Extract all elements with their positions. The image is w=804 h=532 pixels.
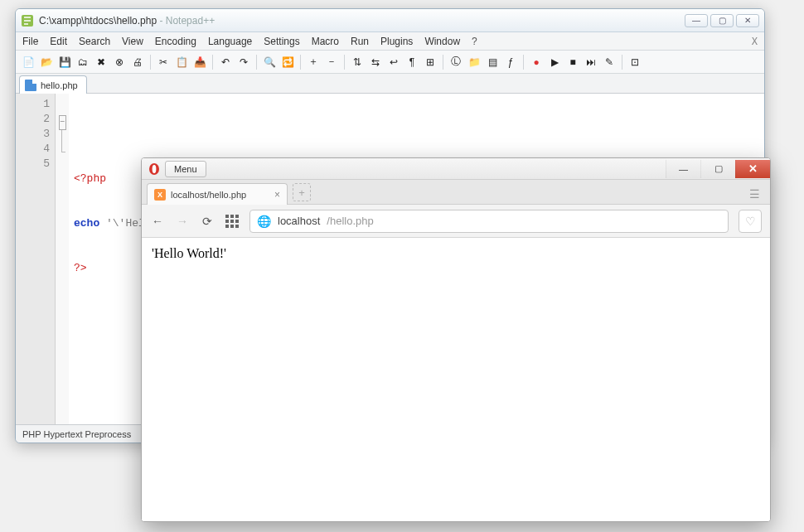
folder-icon[interactable]: 📁: [467, 55, 482, 70]
toolbar-separator: [443, 55, 443, 70]
menu-plugins[interactable]: Plugins: [380, 36, 413, 47]
func-list-icon[interactable]: ƒ: [503, 55, 518, 70]
favicon-icon: X: [154, 189, 166, 201]
save-macro-icon[interactable]: ✎: [602, 55, 617, 70]
sync-h-icon[interactable]: ⇆: [368, 55, 383, 70]
close-icon[interactable]: ✖: [94, 55, 109, 70]
toolbar-separator: [256, 55, 257, 70]
opera-logo-icon: [147, 162, 162, 177]
wrap-icon[interactable]: ↩: [386, 55, 401, 70]
fold-gutter: −: [56, 94, 69, 424]
reload-button[interactable]: ⟳: [200, 214, 215, 229]
lang-icon[interactable]: Ⓛ: [448, 55, 463, 70]
print-icon[interactable]: 🖨: [130, 55, 145, 70]
app-icon: [21, 14, 34, 27]
menu-language[interactable]: Language: [208, 36, 252, 47]
tab-close-icon[interactable]: ×: [274, 189, 280, 201]
doc-map-icon[interactable]: ▤: [485, 55, 500, 70]
plugin-icon[interactable]: ⊡: [627, 55, 642, 70]
url-host: localhost: [278, 215, 320, 227]
menu-run[interactable]: Run: [351, 36, 369, 47]
toolbar-separator: [300, 55, 301, 70]
line-number: 4: [16, 142, 50, 157]
line-number: 5: [16, 157, 50, 172]
undo-icon[interactable]: ↶: [218, 55, 233, 70]
speed-dial-button[interactable]: [225, 214, 240, 229]
close-button[interactable]: ✕: [736, 14, 759, 27]
title-path: C:\xampp\htdocs\hello.php: [39, 15, 157, 27]
line-number: 2: [16, 112, 50, 127]
save-all-icon[interactable]: 🗂: [75, 55, 90, 70]
replace-icon[interactable]: 🔁: [280, 55, 295, 70]
play-icon[interactable]: ▶: [547, 55, 562, 70]
zoom-in-icon[interactable]: ＋: [306, 55, 321, 70]
menu-help[interactable]: ?: [472, 36, 477, 47]
forward-button[interactable]: →: [175, 214, 190, 229]
play-multi-icon[interactable]: ⏭: [584, 55, 598, 70]
menubar: File Edit Search View Encoding Language …: [16, 32, 764, 51]
paste-icon[interactable]: 📥: [192, 55, 207, 70]
new-file-icon[interactable]: 📄: [21, 55, 36, 70]
line-number: 3: [16, 127, 50, 142]
cut-icon[interactable]: ✂: [156, 55, 171, 70]
editor-tab[interactable]: hello.php: [19, 75, 87, 94]
page-viewport[interactable]: 'Hello World!': [142, 238, 770, 521]
redo-icon[interactable]: ↷: [236, 55, 251, 70]
php-open-tag: <?php: [74, 172, 106, 185]
menu-edit[interactable]: Edit: [50, 36, 67, 47]
browser-tab[interactable]: X localhost/hello.php ×: [147, 183, 288, 205]
title-app: - Notepad++: [157, 15, 215, 27]
toolbar-separator: [150, 55, 151, 70]
address-bar[interactable]: 🌐 localhost/hello.php: [249, 210, 729, 233]
toolbar: 📄📂💾🗂✖⊗🖨✂📋📥↶↷🔍🔁＋－⇅⇆↩¶⊞Ⓛ📁▤ƒ●▶■⏭✎⊡: [16, 51, 764, 74]
bookmark-button[interactable]: ♡: [739, 210, 762, 233]
copy-icon[interactable]: 📋: [174, 55, 189, 70]
menu-settings[interactable]: Settings: [264, 36, 299, 47]
stop-icon[interactable]: ■: [565, 55, 580, 70]
all-chars-icon[interactable]: ¶: [404, 55, 419, 70]
opera-titlebar[interactable]: Menu — ▢ ✕: [142, 158, 770, 180]
titlebar[interactable]: C:\xampp\htdocs\hello.php - Notepad++ — …: [16, 9, 764, 32]
close-all-icon[interactable]: ⊗: [112, 55, 127, 70]
menu-search[interactable]: Search: [79, 36, 110, 47]
new-tab-button[interactable]: +: [293, 183, 311, 201]
save-icon[interactable]: 💾: [57, 55, 72, 70]
maximize-button[interactable]: ▢: [710, 14, 734, 27]
sync-v-icon[interactable]: ⇅: [350, 55, 365, 70]
status-language: PHP Hypertext Preprocess: [22, 429, 131, 439]
toolbar-separator: [344, 55, 345, 70]
toolbar-separator: [212, 55, 213, 70]
menu-encoding[interactable]: Encoding: [155, 36, 196, 47]
menu-macro[interactable]: Macro: [312, 36, 339, 47]
back-button[interactable]: ←: [150, 214, 165, 229]
opera-menu-button[interactable]: Menu: [165, 161, 206, 177]
opera-minimize-button[interactable]: —: [666, 160, 700, 178]
open-icon[interactable]: 📂: [39, 55, 54, 70]
toolbar-separator: [523, 55, 524, 70]
record-icon[interactable]: ●: [529, 55, 544, 70]
line-number-gutter: 1 2 3 4 5: [16, 94, 56, 424]
opera-close-button[interactable]: ✕: [735, 160, 770, 178]
menu-window[interactable]: Window: [424, 36, 460, 47]
menubar-close-button[interactable]: X: [752, 36, 758, 47]
tab-bar: hello.php: [16, 74, 764, 94]
menu-view[interactable]: View: [122, 36, 143, 47]
indent-guide-icon[interactable]: ⊞: [423, 55, 438, 70]
fold-toggle-icon[interactable]: −: [59, 115, 66, 130]
svg-point-2: [153, 165, 157, 173]
opera-tab-bar: X localhost/hello.php × + ☰: [142, 180, 770, 205]
window-title: C:\xampp\htdocs\hello.php - Notepad++: [39, 15, 680, 27]
php-close-tag: ?>: [74, 262, 87, 274]
line-number: 1: [16, 97, 50, 112]
find-icon[interactable]: 🔍: [262, 55, 277, 70]
file-icon: [25, 80, 36, 91]
menu-file[interactable]: File: [22, 36, 38, 47]
toolbar-separator: [622, 55, 622, 70]
zoom-out-icon[interactable]: －: [324, 55, 339, 70]
tab-title: localhost/hello.php: [171, 190, 246, 200]
panel-toggle-icon[interactable]: ☰: [744, 187, 765, 201]
url-path: /hello.php: [327, 215, 373, 227]
minimize-button[interactable]: —: [685, 14, 708, 27]
tab-label: hello.php: [41, 80, 78, 90]
opera-maximize-button[interactable]: ▢: [700, 160, 735, 178]
